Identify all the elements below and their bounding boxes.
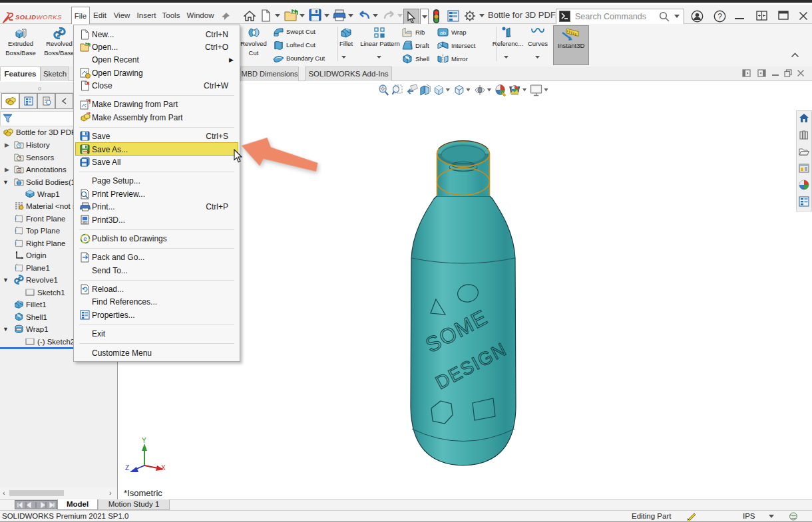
svg-text:X: X (161, 464, 166, 471)
svg-text:Y: Y (142, 437, 146, 444)
svg-text:A: A (18, 168, 21, 172)
svg-text:*Isometric: *Isometric (124, 488, 162, 498)
svg-text:3D: 3D (83, 219, 88, 223)
svg-text:e: e (83, 235, 87, 242)
svg-text:?: ? (717, 12, 722, 21)
svg-text:ab: ab (440, 30, 446, 36)
svg-text:Z: Z (125, 464, 129, 471)
